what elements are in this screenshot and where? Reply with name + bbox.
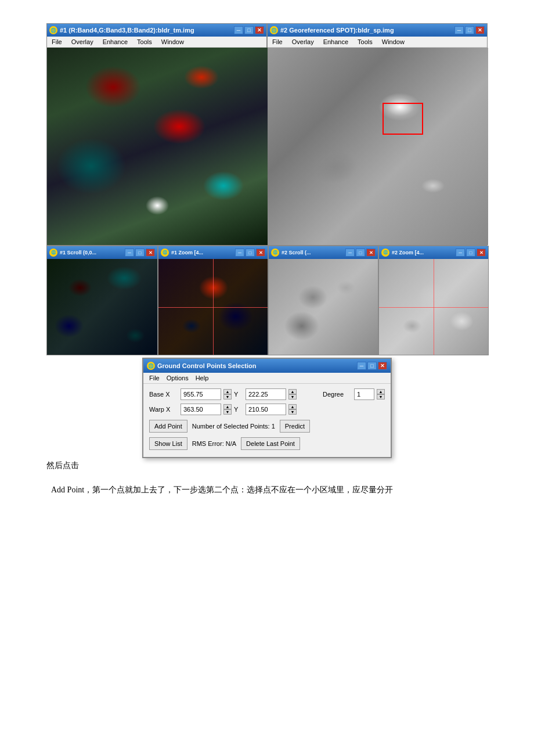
base-x-up[interactable]: ▲: [223, 389, 232, 394]
screenshot-area: 🌐 #1 (R:Band4,G:Band3,B:Band2):bldr_tm.i…: [35, 23, 499, 471]
instruction-inline: 然后点击: [46, 460, 488, 471]
maximize-btn[interactable]: □: [244, 26, 254, 34]
base-x-down[interactable]: ▼: [223, 394, 232, 399]
minimize-btn[interactable]: ─: [234, 26, 243, 34]
window1-menubar: File Overlay Enhance Tools Window: [47, 37, 266, 48]
window1-titlebar: 🌐 #1 (R:Band4,G:Band3,B:Band2):bldr_tm.i…: [47, 24, 266, 37]
window-zoom2: 🌐 #2 Zoom [4... ─ □ ✕: [378, 246, 489, 355]
gcp-max[interactable]: □: [367, 362, 377, 370]
zoom2-view: [379, 259, 488, 355]
instruction-full: Add Point，第一个点就加上去了，下一步选第二个点：选择点不应在一个小区域…: [51, 485, 393, 494]
menu2-window[interactable]: Window: [380, 38, 407, 46]
gcp-menu-options[interactable]: Options: [164, 374, 191, 382]
menu-file[interactable]: File: [49, 38, 64, 46]
minimize-btn2[interactable]: ─: [454, 26, 464, 34]
warp-y-input[interactable]: [246, 404, 286, 415]
zoom1-icon: 🌐: [161, 249, 169, 257]
instruction-paragraph: Add Point，第一个点就加上去了，下一步选第二个点：选择点不应在一个小区域…: [35, 483, 499, 497]
menu-tools[interactable]: Tools: [135, 38, 154, 46]
crosshair-v: [213, 259, 214, 355]
satellite-image-tm: [47, 48, 268, 245]
predict-button[interactable]: Predict: [280, 420, 310, 433]
base-x-input[interactable]: [181, 388, 221, 400]
scroll2-controls[interactable]: ─ □ ✕: [345, 249, 376, 257]
max-s1[interactable]: □: [135, 249, 145, 257]
scroll1-controls[interactable]: ─ □ ✕: [125, 249, 155, 257]
gcp-menu-help[interactable]: Help: [193, 374, 211, 382]
base-y-input[interactable]: [246, 388, 286, 400]
warp-x-spinner[interactable]: ▲ ▼: [223, 404, 232, 415]
menu2-tools[interactable]: Tools: [355, 38, 375, 46]
zoom2-controls[interactable]: ─ □ ✕: [456, 249, 486, 257]
gcp-content: Base X ▲ ▼ Y ▲ ▼ Degree: [143, 384, 391, 457]
close-btn2[interactable]: ✕: [475, 26, 485, 34]
menu2-file[interactable]: File: [270, 38, 285, 46]
cls-z2[interactable]: ✕: [477, 249, 486, 257]
add-point-button[interactable]: Add Point: [149, 420, 187, 433]
zoom1-image: [158, 259, 268, 355]
menu2-enhance[interactable]: Enhance: [321, 38, 351, 46]
cls-z1[interactable]: ✕: [256, 249, 265, 257]
degree-down[interactable]: ▼: [377, 394, 385, 399]
gcp-close[interactable]: ✕: [378, 362, 387, 370]
min-s1[interactable]: ─: [125, 249, 134, 257]
cls-s2[interactable]: ✕: [366, 249, 376, 257]
gcp-min[interactable]: ─: [357, 362, 366, 370]
min-z2[interactable]: ─: [456, 249, 465, 257]
gcp-icon: 🌐: [147, 362, 155, 370]
scroll1-view: [47, 259, 157, 355]
maximize-btn2[interactable]: □: [465, 26, 474, 34]
scroll2-title: #2 Scroll (...: [282, 250, 311, 255]
warp-y-up[interactable]: ▲: [288, 404, 297, 409]
base-y-spinner[interactable]: ▲ ▼: [288, 389, 297, 399]
delete-last-point-button[interactable]: Delete Last Point: [241, 437, 300, 450]
max-z1[interactable]: □: [246, 249, 255, 257]
base-y-up[interactable]: ▲: [288, 389, 297, 394]
warp-y-spinner[interactable]: ▲ ▼: [288, 404, 297, 415]
rms-error-status: RMS Error: N/A: [190, 439, 239, 448]
window2-image: [268, 48, 488, 245]
degree-up[interactable]: ▲: [377, 389, 385, 394]
dialog-wrapper: 🌐 Ground Control Points Selection ─ □ ✕ …: [142, 358, 392, 458]
warp-x-down[interactable]: ▼: [223, 409, 232, 415]
max-s2[interactable]: □: [356, 249, 365, 257]
zoom1-view: [158, 259, 268, 355]
show-list-button[interactable]: Show List: [149, 437, 187, 450]
degree-spinner[interactable]: ▲ ▼: [377, 389, 385, 399]
page-content: 🌐 #1 (R:Band4,G:Band3,B:Band2):bldr_tm.i…: [0, 0, 534, 520]
window2-menubar: File Overlay Enhance Tools Window: [268, 37, 487, 48]
zoom2-image: [379, 259, 488, 355]
window-tm-img: 🌐 #1 (R:Band4,G:Band3,B:Band2):bldr_tm.i…: [46, 23, 267, 246]
cls-s1[interactable]: ✕: [146, 249, 155, 257]
window2-titlebar: 🌐 #2 Georeferenced SPOT):bldr_sp.img ─ □…: [268, 24, 487, 37]
close-btn[interactable]: ✕: [255, 26, 264, 34]
scroll2-titlebar: 🌐 #2 Scroll (... ─ □ ✕: [269, 246, 378, 259]
max-z2[interactable]: □: [466, 249, 475, 257]
menu2-overlay[interactable]: Overlay: [290, 38, 316, 46]
min-s2[interactable]: ─: [345, 249, 355, 257]
window-sp-img: 🌐 #2 Georeferenced SPOT):bldr_sp.img ─ □…: [267, 23, 488, 246]
menu-enhance[interactable]: Enhance: [100, 38, 130, 46]
min-z1[interactable]: ─: [235, 249, 244, 257]
warp-x-up[interactable]: ▲: [223, 404, 232, 409]
window-scroll2: 🌐 #2 Scroll (... ─ □ ✕: [268, 246, 378, 355]
zoom1-controls[interactable]: ─ □ ✕: [235, 249, 265, 257]
scroll2-image: [269, 259, 378, 355]
degree-input[interactable]: [354, 388, 374, 400]
bottom-windows-row: 🌐 #1 Scroll (0,0... ─ □ ✕: [46, 246, 488, 355]
window2-icon: 🌐: [270, 26, 278, 34]
gcp-controls[interactable]: ─ □ ✕: [357, 362, 387, 370]
menu-overlay[interactable]: Overlay: [69, 38, 96, 46]
menu-window[interactable]: Window: [159, 38, 186, 46]
base-x-spinner[interactable]: ▲ ▼: [223, 389, 232, 399]
scroll2-view: [269, 259, 378, 355]
gcp-menu-file[interactable]: File: [147, 374, 162, 382]
degree-label: Degree: [323, 391, 352, 398]
window1-controls[interactable]: ─ □ ✕: [234, 26, 264, 34]
degree-group: Degree ▲ ▼: [323, 388, 385, 400]
warp-y-down[interactable]: ▼: [288, 409, 297, 415]
base-y-down[interactable]: ▼: [288, 394, 297, 399]
window2-controls[interactable]: ─ □ ✕: [454, 26, 485, 34]
warp-x-input[interactable]: [181, 404, 221, 415]
gcp-titlebar: 🌐 Ground Control Points Selection ─ □ ✕: [143, 359, 391, 373]
